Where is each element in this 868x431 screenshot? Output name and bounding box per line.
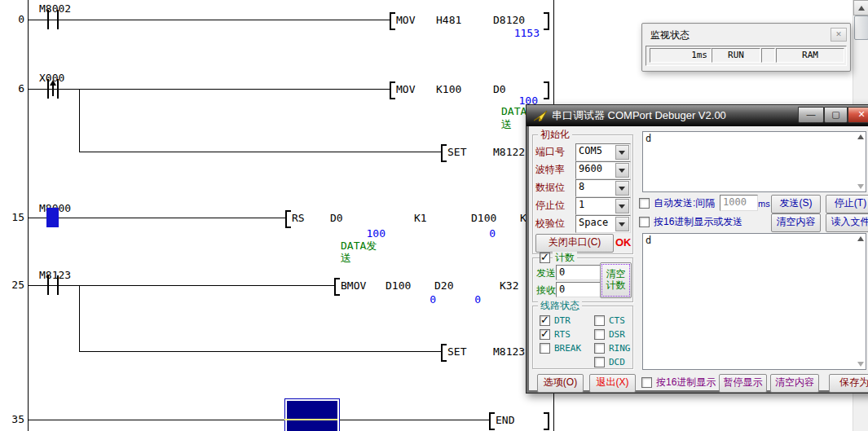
instruction-bracket xyxy=(441,344,447,362)
databits-select[interactable]: 8 xyxy=(575,179,631,197)
break-checkbox[interactable] xyxy=(540,343,550,354)
clear-count-button[interactable]: 清空 计数 xyxy=(600,262,632,298)
parity-select[interactable]: Space xyxy=(575,215,631,233)
scroll-down-arrow-icon[interactable] xyxy=(857,362,864,367)
clear-count-focus-ring xyxy=(601,264,630,297)
line-status-group-title: 线路状态 xyxy=(538,300,582,311)
port-select[interactable]: COM5 xyxy=(575,143,631,161)
debugger-title-bar[interactable]: 串口调试器 COMPort Debuger V2.00 — ▢ ✕ xyxy=(527,105,868,126)
monitor-value: 0 xyxy=(432,293,481,306)
branch-line xyxy=(79,152,441,152)
autosend-unit-label: ms xyxy=(758,198,770,209)
count-group: 计数 发送 0 接收 0 清空 计数 xyxy=(532,257,633,302)
count-recv-value: 0 xyxy=(559,284,565,295)
close-button[interactable]: ✕ xyxy=(848,107,868,123)
step-number: 25 xyxy=(0,279,24,291)
comport-debugger-window: 串口调试器 COMPort Debuger V2.00 — ▢ ✕ 初始化 端口… xyxy=(526,104,868,394)
instruction-op: END xyxy=(496,414,514,426)
scroll-up-arrow-icon[interactable] xyxy=(857,236,864,241)
clear-send-button[interactable]: 清空内容 xyxy=(771,213,821,232)
operand: K100 xyxy=(436,83,461,95)
instruction-bracket xyxy=(390,12,395,30)
monitor-value: 0 xyxy=(387,293,436,306)
instruction-op: MOV xyxy=(396,83,415,95)
device-comment: DATA发 xyxy=(341,240,377,252)
minimize-button[interactable]: — xyxy=(798,107,824,123)
contact-label: M8002 xyxy=(39,2,71,15)
break-label: BREAK xyxy=(554,343,581,354)
stopbits-label: 停止位 xyxy=(535,200,565,211)
databits-dropdown-button[interactable] xyxy=(615,181,629,196)
scroll-up-button[interactable] xyxy=(853,0,868,15)
hex-display-label: 按16进制显示 xyxy=(656,376,716,388)
rung-line xyxy=(29,89,390,90)
count-checkbox[interactable] xyxy=(540,253,550,263)
hex-send-checkbox[interactable] xyxy=(639,217,650,227)
device-comment: 送 xyxy=(501,118,512,130)
branch-line xyxy=(79,351,441,352)
instruction-op: MOV xyxy=(396,14,415,26)
send-button[interactable]: 发送(S) xyxy=(771,195,821,213)
count-send-value: 0 xyxy=(559,266,565,278)
autosend-interval-input[interactable]: 1000 xyxy=(720,195,758,211)
step-number: 15 xyxy=(0,211,24,223)
hex-display-checkbox[interactable] xyxy=(641,377,652,388)
count-send-input[interactable]: 0 xyxy=(556,265,601,280)
save-as-button[interactable]: 保存为 xyxy=(829,374,868,393)
send-textarea-content: d xyxy=(645,133,651,144)
baud-dropdown-button[interactable] xyxy=(615,163,629,178)
instruction-bracket xyxy=(441,144,447,162)
ring-checkbox[interactable] xyxy=(594,343,605,354)
close-port-button[interactable]: 关闭串口(C) xyxy=(535,234,614,253)
scroll-thumb[interactable] xyxy=(854,15,868,40)
pause-display-button[interactable]: 暂停显示 xyxy=(719,374,767,393)
instruction-op: SET xyxy=(447,146,466,158)
autosend-checkbox[interactable] xyxy=(639,198,650,209)
dcd-checkbox[interactable] xyxy=(594,357,605,367)
contact-open xyxy=(57,275,59,295)
send-textarea[interactable]: d xyxy=(642,131,866,192)
dtr-checkbox[interactable] xyxy=(540,315,550,326)
receive-textarea-content: d xyxy=(645,235,651,246)
step-number: 0 xyxy=(0,13,24,25)
stopbits-dropdown-button[interactable] xyxy=(615,199,629,213)
chevron-down-icon xyxy=(619,151,625,155)
clear-receive-button[interactable]: 清空内容 xyxy=(770,374,819,393)
scroll-up-arrow-icon[interactable] xyxy=(857,134,864,139)
instruction-bracket xyxy=(390,81,395,99)
receive-textarea[interactable]: d xyxy=(642,233,866,370)
device-comment: 送 xyxy=(341,252,351,264)
stop-button[interactable]: 停止(T) xyxy=(826,195,868,213)
dcd-label: DCD xyxy=(609,357,625,368)
contact-rising xyxy=(47,79,49,99)
stopbits-select[interactable]: 1 xyxy=(575,197,631,215)
dsr-checkbox[interactable] xyxy=(594,329,605,340)
read-file-button[interactable]: 读入文件 xyxy=(826,213,868,232)
contact-label: M8123 xyxy=(39,269,71,281)
maximize-button[interactable]: ▢ xyxy=(824,107,848,123)
operand: M8122 xyxy=(493,146,525,158)
contact-active xyxy=(46,208,59,227)
exit-button[interactable]: 退出(X) xyxy=(589,374,636,393)
port-label: 端口号 xyxy=(535,146,565,157)
parity-dropdown-button[interactable] xyxy=(615,217,629,231)
edit-cursor xyxy=(285,399,339,431)
rts-checkbox[interactable] xyxy=(540,329,550,340)
operand: D100 xyxy=(386,279,411,292)
operand: D20 xyxy=(434,279,453,292)
port-dropdown-button[interactable] xyxy=(615,145,629,160)
cts-checkbox[interactable] xyxy=(594,315,605,326)
monitor-value: 100 xyxy=(333,227,386,240)
rts-label: RTS xyxy=(554,329,571,341)
operand: M8123 xyxy=(493,345,525,358)
edit-cursor-line xyxy=(284,419,337,420)
baud-select[interactable]: 9600 xyxy=(575,161,631,179)
options-button[interactable]: 选项(O) xyxy=(537,374,584,393)
spacer-cell xyxy=(761,48,775,63)
branch-line xyxy=(79,89,80,152)
branch-line xyxy=(79,285,80,351)
scroll-down-arrow-icon[interactable] xyxy=(857,184,864,189)
operand: K32 xyxy=(500,279,518,292)
count-recv-input[interactable]: 0 xyxy=(556,282,601,297)
close-icon[interactable]: ✕ xyxy=(831,28,847,42)
